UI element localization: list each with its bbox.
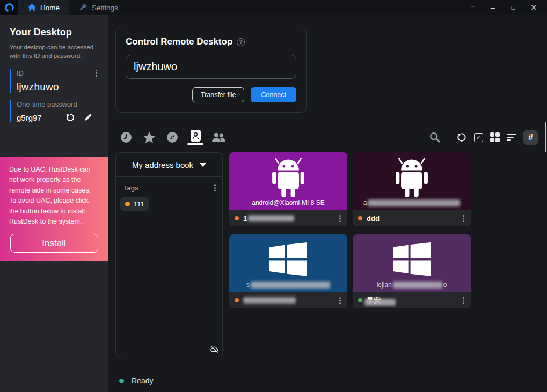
windows-icon [393, 242, 431, 276]
censored-id [248, 215, 294, 221]
minimize-button[interactable]: – [485, 0, 501, 15]
peer-toolbar: ✓ # [115, 129, 538, 146]
rustdesk-logo-icon [4, 3, 14, 13]
chevron-down-icon [200, 163, 206, 167]
search-icon[interactable] [429, 131, 441, 143]
peer-id-censored: 早安 [367, 295, 381, 305]
home-icon [28, 4, 36, 11]
peer-card-windows-1[interactable]: s [229, 234, 347, 308]
peer-id: 1 [243, 215, 294, 223]
peer-card-ddd[interactable]: a ddd [353, 152, 471, 226]
refresh-peers-icon[interactable] [456, 132, 467, 143]
discovered-icon[interactable] [165, 130, 179, 145]
censored-hostname [251, 282, 330, 289]
tab-settings-label: Settings [92, 4, 118, 12]
recent-sessions-icon[interactable] [119, 130, 133, 145]
app-logo [0, 0, 18, 15]
peer-hostname-censored: s [229, 281, 347, 289]
main-area: Control Remote Desktop ? Transfer file C… [108, 15, 547, 392]
refresh-password-icon[interactable] [65, 113, 75, 122]
peer-card-android-xiaomi[interactable]: android@Xiaomi-MI 8 SE 1 [229, 152, 347, 226]
grid-view-icon[interactable] [490, 132, 500, 142]
peer-menu-icon[interactable] [338, 214, 342, 223]
tag-dot [125, 202, 130, 206]
peer-menu-icon[interactable] [338, 296, 342, 305]
peer-menu-icon[interactable] [462, 214, 465, 223]
id-label: ID [17, 69, 24, 77]
cloud-off-icon[interactable] [210, 345, 219, 356]
password-label: One-time password [17, 100, 98, 108]
maximize-button[interactable]: □ [505, 0, 521, 15]
remote-id-input[interactable] [126, 55, 296, 79]
peer-hostname-censored: a [353, 199, 471, 206]
censored-hostname [368, 199, 460, 206]
menu-icon[interactable]: ≡ [464, 0, 480, 15]
address-book-tab-underline [187, 143, 203, 145]
address-book-selector[interactable]: My address book [116, 153, 222, 177]
peer-hostname: android@Xiaomi-MI 8 SE [229, 199, 347, 206]
tab-home-label: Home [40, 4, 60, 12]
list-view-icon[interactable] [507, 134, 516, 141]
address-book-selector-label: My address book [132, 160, 193, 169]
select-peers-icon[interactable]: ✓ [474, 133, 483, 142]
your-desktop-title: Your Desktop [10, 27, 98, 38]
address-book-panel: My address book Tags 111 [115, 152, 223, 357]
wrench-icon [79, 3, 87, 12]
edit-password-icon[interactable] [84, 113, 93, 122]
tile-view-icon[interactable]: # [523, 130, 538, 145]
favorites-icon[interactable] [142, 130, 156, 145]
peer-id [243, 297, 296, 304]
id-block: ID ljwzhuwo [10, 69, 98, 93]
status-dot [358, 216, 362, 220]
android-icon [264, 157, 313, 198]
device-id-value[interactable]: ljwzhuwo [17, 81, 98, 93]
your-desktop-subtitle: Your desktop can be accessed with this I… [10, 43, 98, 60]
scrollbar-thumb[interactable] [545, 122, 546, 152]
help-icon[interactable]: ? [237, 38, 245, 46]
group-icon[interactable] [211, 130, 225, 145]
ready-status-text: Ready [132, 376, 153, 385]
control-remote-desktop-card: Control Remote Desktop ? Transfer file C… [115, 27, 307, 113]
android-icon [387, 157, 436, 198]
status-dot [358, 298, 362, 302]
tab-home[interactable]: Home [18, 0, 69, 15]
transfer-file-button[interactable]: Transfer file [192, 87, 245, 102]
sidebar: Your Desktop Your desktop can be accesse… [0, 15, 108, 392]
tags-label: Tags [123, 184, 138, 192]
tag-chip-111[interactable]: 111 [120, 197, 149, 211]
peer-cards-grid: android@Xiaomi-MI 8 SE 1 [229, 152, 471, 308]
censored-hostname [393, 282, 442, 289]
install-button[interactable]: Install [10, 234, 98, 253]
close-button[interactable]: ✕ [526, 0, 542, 15]
tab-settings[interactable]: Settings [69, 0, 128, 15]
titlebar: Home Settings ≡ – □ ✕ [0, 0, 547, 15]
status-dot [235, 298, 239, 302]
censored-id [364, 299, 396, 306]
id-menu-icon[interactable] [94, 69, 98, 78]
uac-warning-box: Due to UAC, RustDesk can not work proper… [0, 157, 108, 261]
password-value[interactable]: g5rg97 [17, 113, 42, 122]
peer-hostname-censored: lejian o [353, 281, 471, 289]
peer-id: ddd [367, 215, 380, 223]
ready-status-dot [119, 379, 124, 383]
address-book-icon[interactable] [188, 130, 202, 145]
windows-icon [269, 242, 307, 276]
uac-warning-text: Due to UAC, RustDesk can not work proper… [9, 165, 99, 227]
tags-menu-icon[interactable] [213, 183, 217, 193]
password-block: One-time password g5rg97 [10, 100, 98, 122]
peer-card-windows-2[interactable]: lejian o 早安 [353, 234, 471, 308]
status-dot [235, 216, 239, 220]
peer-menu-icon[interactable] [462, 296, 465, 305]
status-bar: Ready [108, 369, 547, 392]
control-remote-desktop-title: Control Remote Desktop [126, 36, 232, 47]
censored-id [243, 297, 296, 304]
connect-button[interactable]: Connect [251, 87, 296, 102]
